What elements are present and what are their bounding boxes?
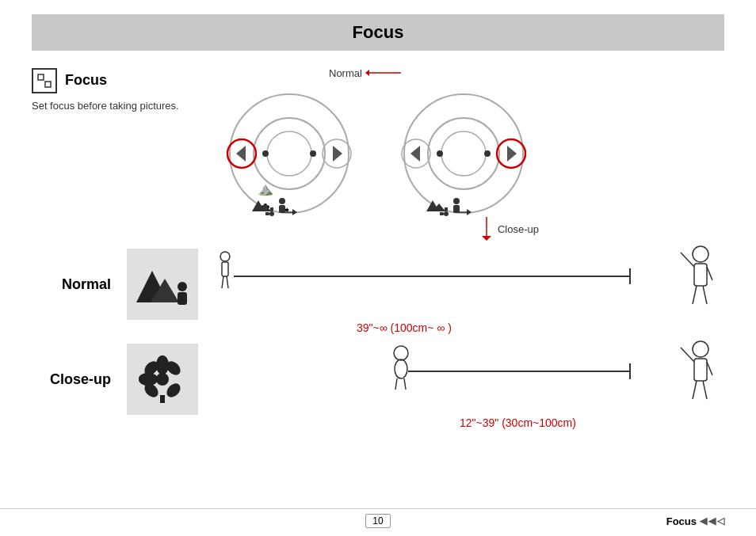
normal-mode-icon-box [127, 249, 198, 320]
svg-line-62 [707, 267, 712, 280]
closeup-mode-row: Close-up [32, 344, 724, 415]
page-number: 10 [365, 514, 390, 528]
svg-marker-31 [410, 146, 420, 162]
svg-marker-10 [333, 146, 342, 162]
svg-point-38 [453, 198, 460, 204]
svg-point-42 [445, 207, 448, 211]
small-person-normal [214, 249, 236, 304]
focus-title: Focus [65, 72, 107, 89]
svg-line-85 [693, 381, 697, 399]
footer-section-label: Focus [666, 515, 697, 527]
closeup-range-diagram: 12"~39" (30cm~100cm) [214, 344, 724, 415]
normal-range-line [234, 268, 670, 292]
header-title: Focus [353, 22, 404, 42]
closeup-arrow [479, 217, 494, 241]
svg-point-75 [394, 346, 408, 360]
svg-point-22 [270, 207, 273, 211]
svg-marker-8 [236, 146, 246, 162]
normal-arrow [365, 67, 405, 79]
large-person-closeup [673, 340, 716, 411]
svg-point-51 [178, 282, 187, 291]
large-person-normal [673, 245, 716, 316]
svg-line-77 [395, 378, 397, 390]
focus-icon [36, 73, 52, 89]
svg-point-29 [441, 131, 486, 176]
svg-marker-48 [482, 236, 491, 241]
normal-label-area: Normal [329, 67, 405, 79]
svg-point-11 [262, 150, 269, 157]
svg-rect-54 [222, 262, 228, 276]
svg-rect-1 [45, 82, 51, 87]
closeup-mode-label: Close-up [32, 371, 111, 388]
normal-label: Normal [329, 67, 362, 79]
svg-point-59 [693, 246, 708, 262]
closeup-label: Close-up [498, 223, 539, 235]
normal-mode-label: Normal [32, 276, 111, 293]
closeup-mode-icon-box [127, 344, 198, 415]
svg-rect-82 [694, 359, 707, 381]
closeup-dial: Close-up [396, 86, 531, 221]
svg-point-73 [156, 373, 169, 386]
svg-rect-0 [38, 74, 44, 80]
closeup-label-area: Close-up [479, 217, 539, 241]
footer-section: Focus ◀ ◀ ◁ [666, 515, 724, 527]
svg-rect-60 [694, 264, 707, 286]
svg-point-20 [269, 211, 274, 216]
svg-rect-52 [178, 292, 187, 305]
svg-marker-26 [292, 209, 297, 215]
svg-line-86 [703, 381, 707, 399]
page-header: Focus [32, 14, 724, 51]
arrow-right-left [281, 207, 297, 217]
svg-marker-33 [507, 146, 517, 162]
svg-line-55 [222, 276, 223, 288]
svg-point-35 [484, 150, 491, 157]
svg-point-40 [444, 211, 449, 216]
svg-point-6 [267, 131, 311, 176]
closeup-range-text: 12"~39" (30cm~100cm) [460, 416, 576, 429]
svg-point-24 [265, 212, 269, 215]
svg-line-78 [404, 378, 406, 390]
normal-mode-icon [135, 259, 190, 310]
svg-marker-46 [467, 209, 472, 215]
arrow-filled-1: ◀ [700, 515, 707, 526]
focus-description: Set focus before taking pictures. [32, 100, 179, 112]
svg-line-63 [693, 286, 697, 304]
svg-marker-3 [365, 70, 369, 76]
closeup-mode-icon [137, 354, 189, 405]
svg-point-53 [220, 252, 230, 261]
arrow-outline-3: ◁ [717, 515, 724, 526]
focus-icon-box [32, 68, 57, 93]
normal-mode-row: Normal [32, 249, 724, 320]
normal-range-text: 39"~∞ (100cm~ ∞ ) [357, 321, 452, 334]
page-footer: 10 Focus ◀ ◀ ◁ [0, 508, 756, 528]
svg-point-34 [437, 150, 443, 157]
svg-point-81 [693, 341, 708, 357]
flower-icon-right [440, 207, 452, 217]
svg-line-56 [227, 276, 228, 288]
flower-icon-left [265, 207, 278, 217]
closeup-range-line [408, 363, 662, 387]
svg-point-44 [440, 212, 444, 215]
svg-point-76 [395, 359, 407, 378]
svg-point-12 [310, 150, 316, 157]
svg-rect-74 [160, 395, 165, 403]
arrow-filled-2: ◀ [708, 515, 716, 526]
normal-dial: ⛰️ ✿ ➡ [222, 86, 357, 221]
svg-text:⛰️: ⛰️ [258, 181, 273, 196]
svg-line-64 [703, 286, 707, 304]
normal-range-diagram: 39"~∞ (100cm~ ∞ ) [214, 249, 724, 320]
footer-navigation-arrows: ◀ ◀ ◁ [700, 515, 724, 526]
svg-point-18 [279, 198, 285, 204]
svg-line-84 [707, 362, 712, 375]
arrow-right-right [456, 207, 472, 217]
